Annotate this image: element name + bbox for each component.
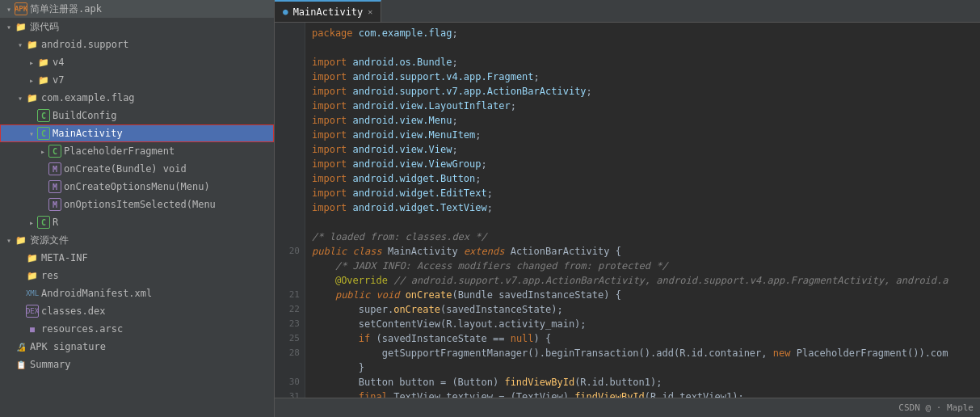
- tab-close-mainactivity[interactable]: ✕: [368, 7, 372, 16]
- arrow-android-support: [15, 39, 26, 50]
- sidebar-item-apk-signature-label: APK signature: [30, 341, 106, 352]
- folder-icon-v4: 📁: [37, 56, 50, 69]
- sidebar-item-summary[interactable]: 📋 Summary: [0, 356, 274, 373]
- sidebar-item-android-support-label: android.support: [41, 39, 128, 50]
- sidebar-item-buildconfig[interactable]: C BuildConfig: [0, 107, 274, 124]
- code-container: 20 21 22 23 25 28 30 31 32 package com.e…: [275, 23, 980, 398]
- sidebar-item-oncreate[interactable]: M onCreate(Bundle) void: [0, 160, 274, 178]
- sidebar-item-classes-dex[interactable]: DEX classes.dex: [0, 302, 274, 320]
- arrow-summary-empty: [3, 359, 15, 370]
- folder-icon-v7: 📁: [37, 74, 50, 86]
- placeholderfragment-icon: C: [48, 145, 61, 158]
- tab-mainactivity[interactable]: ● MainActivity ✕: [275, 0, 381, 22]
- sidebar-item-placeholderfragment-label: PlaceholderFragment: [64, 145, 175, 157]
- arrow-buildconfig-empty: [26, 110, 37, 121]
- mainactivity-icon: C: [37, 127, 50, 140]
- line-numbers: 20 21 22 23 25 28 30 31 32: [275, 23, 305, 398]
- sidebar-item-v7[interactable]: 📁 v7: [0, 71, 274, 89]
- sidebar-item-v7-label: v7: [53, 74, 64, 86]
- sidebar-item-oncreate-label: onCreate(Bundle) void: [64, 163, 187, 175]
- folder-icon-source: 📁: [15, 20, 27, 33]
- sidebar-item-res[interactable]: 📁 res: [0, 267, 274, 284]
- sidebar-item-meta-inf[interactable]: 📁 META-INF: [0, 249, 274, 267]
- sidebar-item-androidmanifest-label: AndroidManifest.xml: [41, 288, 152, 299]
- sidebar-item-oncreateoptionsmenu[interactable]: M onCreateOptionsMenu(Menu): [0, 178, 274, 196]
- bottom-bar: CSDN @ · Maple: [275, 398, 980, 417]
- sidebar-item-android-support[interactable]: 📁 android.support: [0, 36, 274, 53]
- editor-area: ● MainActivity ✕: [275, 0, 980, 417]
- sidebar-item-r-label: R: [53, 217, 58, 228]
- tab-icon-mainactivity: ●: [283, 6, 288, 17]
- sidebar-item-mainactivity-label: MainActivity: [53, 128, 123, 139]
- arrow-apk: [3, 3, 15, 15]
- sidebar-item-v4[interactable]: 📁 v4: [0, 53, 274, 71]
- arrow-onoptionsitemselected-empty: [37, 199, 48, 210]
- arrow-oncreateoptionsmenu-empty: [37, 181, 48, 192]
- r-icon: C: [37, 216, 50, 229]
- arrow-androidmanifest-empty: [15, 288, 26, 299]
- arrow-mainactivity: [26, 128, 37, 139]
- arrow-res-empty: [15, 270, 26, 281]
- arrow-classes-dex-empty: [15, 305, 26, 317]
- code-editor[interactable]: package com.example.flag; import android…: [305, 23, 980, 398]
- sidebar-item-resources-label: 资源文件: [30, 234, 69, 247]
- sidebar-item-source[interactable]: 📁 源代码: [0, 18, 274, 36]
- sidebar-item-com-example-flag[interactable]: 📁 com.example.flag: [0, 89, 274, 107]
- arrow-source: [3, 21, 15, 32]
- sidebar-item-resources-arsc-label: resources.arsc: [41, 323, 123, 335]
- sidebar-item-placeholderfragment[interactable]: C PlaceholderFragment: [0, 142, 274, 160]
- main-layout: APK 简单注册器.apk 📁 源代码 📁 android.support 📁 …: [0, 0, 980, 417]
- folder-icon-meta-inf: 📁: [26, 251, 39, 264]
- sidebar-item-resources-arsc[interactable]: ■ resources.arsc: [0, 320, 274, 338]
- sidebar-item-com-example-flag-label: com.example.flag: [41, 92, 135, 103]
- onoptionsitemselected-icon: M: [48, 198, 61, 211]
- arrow-v7: [26, 74, 37, 86]
- buildconfig-icon: C: [37, 109, 50, 122]
- arrow-com-example-flag: [15, 92, 26, 103]
- resources-arsc-icon: ■: [26, 322, 39, 335]
- sidebar-item-buildconfig-label: BuildConfig: [53, 110, 116, 121]
- file-tree-sidebar: APK 简单注册器.apk 📁 源代码 📁 android.support 📁 …: [0, 0, 275, 417]
- folder-icon-resources: 📁: [15, 234, 27, 246]
- sidebar-item-apk[interactable]: APK 简单注册器.apk: [0, 0, 274, 18]
- sidebar-item-oncreateoptionsmenu-label: onCreateOptionsMenu(Menu): [64, 181, 210, 192]
- folder-icon-android-support: 📁: [26, 38, 39, 51]
- sidebar-item-mainactivity[interactable]: C MainActivity: [0, 124, 274, 142]
- sidebar-item-resources[interactable]: 📁 资源文件: [0, 231, 274, 249]
- sidebar-item-summary-label: Summary: [30, 359, 71, 370]
- androidmanifest-icon: XML: [26, 287, 39, 300]
- sidebar-item-v4-label: v4: [53, 57, 64, 68]
- bottom-bar-attribution: CSDN @ · Maple: [898, 402, 974, 413]
- arrow-oncreate-empty: [37, 163, 48, 175]
- summary-icon: 📋: [15, 358, 27, 371]
- arrow-meta-inf-empty: [15, 252, 26, 263]
- oncreate-icon: M: [48, 162, 61, 175]
- sidebar-item-classes-dex-label: classes.dex: [41, 305, 105, 317]
- sidebar-item-apk-label: 简单注册器.apk: [30, 2, 102, 16]
- sidebar-item-apk-signature[interactable]: 🔏 APK signature: [0, 338, 274, 356]
- sidebar-item-onoptionsitemselected[interactable]: M onOptionsItemSelected(Menu: [0, 196, 274, 213]
- tab-label-mainactivity: MainActivity: [293, 6, 364, 18]
- sidebar-item-meta-inf-label: META-INF: [41, 252, 88, 263]
- oncreateoptionsmenu-icon: M: [48, 180, 61, 193]
- classes-dex-icon: DEX: [26, 305, 39, 318]
- arrow-v4: [26, 57, 37, 68]
- apk-signature-icon: 🔏: [15, 340, 27, 353]
- sidebar-item-r[interactable]: C R: [0, 213, 274, 231]
- sidebar-item-onoptionsitemselected-label: onOptionsItemSelected(Menu: [64, 199, 216, 210]
- folder-icon-com-example-flag: 📁: [26, 91, 39, 104]
- arrow-r: [26, 217, 37, 228]
- arrow-resources: [3, 234, 15, 246]
- sidebar-item-res-label: res: [41, 270, 59, 281]
- arrow-apk-signature-empty: [3, 341, 15, 352]
- sidebar-item-source-label: 源代码: [30, 20, 59, 34]
- arrow-placeholderfragment: [37, 145, 48, 157]
- apk-icon: APK: [15, 2, 27, 15]
- arrow-resources-arsc-empty: [15, 323, 26, 335]
- tab-bar: ● MainActivity ✕: [275, 0, 980, 23]
- folder-icon-res: 📁: [26, 269, 39, 282]
- sidebar-item-androidmanifest[interactable]: XML AndroidManifest.xml: [0, 284, 274, 302]
